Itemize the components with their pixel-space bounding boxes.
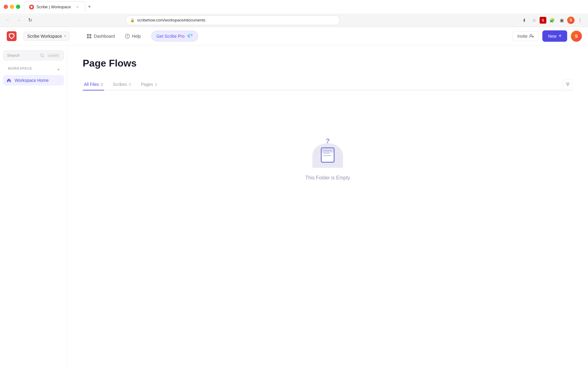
invite-button[interactable]: Invite — [513, 31, 539, 41]
traffic-light-yellow[interactable] — [10, 5, 14, 9]
empty-state: ? This Folder is Empty — [83, 100, 573, 205]
svg-rect-4 — [89, 36, 91, 38]
browser-toolbar: ← → ↻ 🔒 ⬇ ☆ S 🧩 ▣ S ⋮ — [0, 13, 588, 27]
svg-text:?: ? — [126, 35, 128, 38]
empty-illustration: ? — [309, 137, 346, 168]
header-right: Invite New + S — [513, 30, 582, 42]
forward-button[interactable]: → — [15, 16, 23, 25]
sidebar: Search cmd+k WORKSPACE + Workspace Home — [0, 45, 67, 368]
tab-pages-label: Pages — [141, 82, 153, 87]
tab-all-files-count: 0 — [101, 82, 103, 87]
user-avatar[interactable]: S — [571, 31, 582, 42]
browser-extensions: ⬇ ☆ S 🧩 ▣ S ⋮ — [520, 16, 584, 25]
extension-icon-2[interactable]: 🧩 — [548, 16, 556, 25]
extension-icon-1[interactable]: S — [540, 17, 546, 24]
tab-all-files[interactable]: All Files 0 — [83, 79, 104, 90]
svg-rect-1 — [87, 34, 89, 36]
dashboard-nav-label: Dashboard — [94, 34, 115, 39]
traffic-lights — [4, 5, 20, 9]
sort-icon — [565, 82, 570, 87]
svg-rect-3 — [87, 36, 89, 38]
help-nav-item[interactable]: ? Help — [120, 32, 145, 41]
search-icon — [40, 53, 44, 58]
keyboard-shortcut: cmd+k — [47, 53, 60, 58]
page-title: Page Flows — [83, 58, 573, 69]
traffic-light-red[interactable] — [4, 5, 8, 9]
tab-pages[interactable]: Pages 0 — [140, 79, 158, 90]
tab-scribes-label: Scribes — [113, 82, 127, 87]
tab-pages-count: 0 — [155, 82, 157, 87]
svg-point-7 — [530, 34, 532, 36]
star-icon[interactable]: ☆ — [530, 16, 538, 25]
dashboard-nav-item[interactable]: Dashboard — [82, 32, 119, 41]
get-pro-label: Get Scribe Pro — [156, 34, 185, 39]
browser-chrome: Scribe | Workspace × + ← → ↻ 🔒 ⬇ ☆ S 🧩 ▣… — [0, 0, 588, 27]
workspace-name: Scribe Workspace — [27, 34, 62, 39]
svg-rect-11 — [323, 153, 330, 154]
gem-icon: 💎 — [187, 33, 193, 39]
svg-rect-13 — [321, 148, 334, 153]
url-input[interactable] — [137, 18, 335, 22]
workspace-section-label: WORKSPACE — [6, 67, 35, 73]
tab-favicon — [29, 5, 34, 10]
new-label: New — [548, 34, 556, 39]
search-text: Search — [7, 53, 38, 58]
new-tab-button[interactable]: + — [85, 2, 94, 11]
search-box[interactable]: Search cmd+k — [3, 50, 64, 60]
menu-icon[interactable]: ⋮ — [576, 16, 584, 25]
tab-scribes-count: 0 — [129, 82, 131, 87]
workspace-home-label: Workspace Home — [15, 78, 49, 83]
tab-title: Scribe | Workspace — [36, 5, 71, 9]
get-pro-button[interactable]: Get Scribe Pro 💎 — [151, 31, 198, 41]
app-logo — [6, 31, 17, 42]
address-bar[interactable]: 🔒 — [126, 15, 340, 25]
sidebar-add-button[interactable]: + — [55, 67, 62, 73]
workspace-selector[interactable]: Scribe Workspace ▾ — [23, 32, 70, 41]
lock-icon: 🔒 — [130, 18, 135, 22]
browser-title-bar: Scribe | Workspace × + — [0, 0, 588, 13]
download-icon[interactable]: ⬇ — [520, 16, 529, 25]
refresh-button[interactable]: ↻ — [26, 16, 34, 25]
sidebar-toggle-icon[interactable]: ▣ — [557, 16, 566, 25]
workspace-chevron-icon: ▾ — [64, 34, 66, 38]
home-icon — [6, 78, 12, 83]
header-nav: Dashboard ? Help — [82, 32, 145, 41]
empty-question-mark: ? — [326, 137, 330, 145]
svg-rect-12 — [323, 155, 331, 156]
empty-device-icon — [320, 147, 335, 165]
sidebar-section-header: WORKSPACE + — [3, 67, 64, 75]
tab-scribes[interactable]: Scribes 0 — [111, 79, 132, 90]
tab-close-btn[interactable]: × — [75, 5, 80, 10]
empty-state-label: This Folder is Empty — [305, 175, 350, 181]
tabs-bar: All Files 0 Scribes 0 Pages 0 — [83, 79, 573, 90]
help-nav-label: Help — [132, 34, 141, 39]
active-tab[interactable]: Scribe | Workspace × — [24, 1, 85, 12]
main-content: Page Flows All Files 0 Scribes 0 Pages 0 — [67, 45, 588, 368]
profile-icon[interactable]: S — [567, 17, 575, 24]
sidebar-item-workspace-home[interactable]: Workspace Home — [3, 75, 64, 86]
svg-rect-2 — [89, 34, 91, 36]
help-icon: ? — [125, 33, 130, 39]
sort-button[interactable] — [563, 79, 573, 89]
dashboard-icon — [86, 33, 92, 39]
user-initial: S — [575, 33, 578, 39]
tab-all-files-label: All Files — [84, 82, 99, 87]
plus-icon: + — [558, 33, 562, 39]
invite-label: Invite — [517, 34, 527, 39]
invite-icon — [529, 34, 534, 39]
tab-bar: Scribe | Workspace × + — [24, 1, 94, 12]
app-header: Scribe Workspace ▾ Dashboard ? Hel — [0, 27, 588, 45]
back-button[interactable]: ← — [4, 16, 12, 25]
app-body: Search cmd+k WORKSPACE + Workspace Home … — [0, 45, 588, 368]
new-button[interactable]: New + — [542, 30, 567, 42]
traffic-light-green[interactable] — [16, 5, 20, 9]
